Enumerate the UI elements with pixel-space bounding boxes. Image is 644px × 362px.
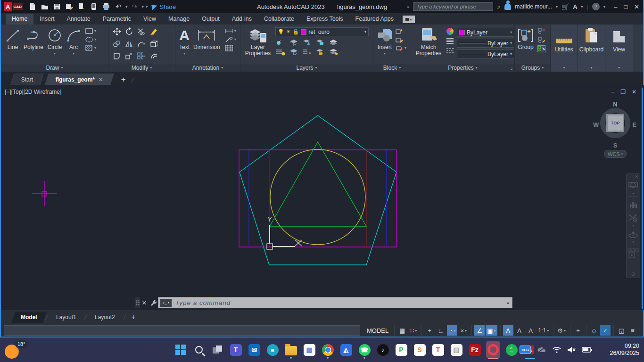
taskbar-app-tiktok[interactable]: ♪	[376, 340, 390, 360]
command-input-field[interactable]: >_▾ ▲	[158, 297, 512, 308]
taskbar-app-t-app[interactable]: T	[431, 340, 445, 360]
match-layer-icon[interactable]	[289, 48, 299, 56]
linear-dropdown-icon[interactable]: ▾	[234, 29, 236, 33]
wheel-dropdown-icon[interactable]: ▾	[632, 192, 634, 195]
fillet-dropdown-icon[interactable]: ▾	[143, 42, 145, 46]
layout-tab-model[interactable]: Model	[11, 312, 46, 323]
panel-label-properties[interactable]: Properties▾⌟	[411, 64, 514, 72]
zoom-extents-icon[interactable]	[628, 213, 638, 222]
layout-tab-layout1[interactable]: Layout1	[47, 312, 86, 323]
save-icon[interactable]	[52, 2, 62, 11]
group-selection-toggle[interactable]	[537, 45, 545, 52]
object-color-dropdown[interactable]: ByLayer ▾	[457, 28, 514, 37]
layer-lock-icon[interactable]	[315, 38, 325, 46]
layer-properties-button[interactable]: Layer Properties	[242, 26, 273, 58]
viewcube-north[interactable]: N	[613, 101, 617, 108]
command-customize-icon[interactable]	[149, 299, 158, 306]
circle-button[interactable]: Circle ▾	[45, 26, 64, 57]
attributes-dropdown-icon[interactable]: ▾	[405, 46, 406, 50]
file-tab-drawing[interactable]: figuras_geom* ✕	[45, 74, 114, 85]
object-snap-button[interactable]: ▣▾	[486, 325, 497, 336]
mirror-icon[interactable]	[125, 41, 133, 48]
ribbon-tab-express-tools[interactable]: Express Tools	[300, 14, 349, 25]
layer-walk-icon[interactable]	[328, 48, 339, 56]
print-icon[interactable]	[101, 2, 111, 11]
array-icon[interactable]: ▾	[137, 53, 145, 60]
layer-dropdown-icon[interactable]: ▾	[364, 30, 366, 34]
new-drawing-button[interactable]: +	[117, 74, 130, 85]
command-line-grip[interactable]: ●●●●●●	[135, 297, 140, 308]
taskbar-clock[interactable]: 09:20 26/09/2025	[610, 343, 639, 357]
polar-tracking-button[interactable]: ◔▾	[447, 325, 457, 336]
create-block-icon[interactable]: ✦	[395, 27, 403, 34]
taskbar-app-start[interactable]	[173, 340, 188, 360]
object-snap-tracking-button[interactable]: ×▾	[458, 325, 469, 336]
ellipse-icon[interactable]	[85, 36, 93, 43]
group-edit-icon[interactable]	[537, 36, 545, 43]
plot-icon[interactable]	[76, 2, 87, 11]
panel-label-groups[interactable]: Groups▾	[515, 64, 550, 72]
copy-icon[interactable]	[113, 41, 121, 48]
viewcube[interactable]: N S W E TOP	[596, 103, 634, 146]
taskbar-app-opera[interactable]	[486, 340, 500, 360]
stretch-icon[interactable]	[113, 53, 121, 60]
customization-menu-button[interactable]: ≡	[627, 325, 638, 336]
pan-icon[interactable]	[628, 200, 638, 209]
help-icon[interactable]: ?	[592, 3, 600, 10]
help-dropdown-icon[interactable]: ▾	[603, 5, 605, 9]
workspace-switching-button[interactable]: ⚙▾	[556, 325, 567, 336]
panel-label-draw[interactable]: Draw▾	[1, 64, 108, 72]
qat-customize-icon[interactable]: ▾	[146, 4, 148, 9]
taskbar-app-microsoft-store[interactable]: ▦	[302, 340, 316, 360]
rectangle-dropdown-icon[interactable]: ▾	[94, 29, 96, 33]
wifi-icon[interactable]	[553, 346, 561, 353]
array-dropdown-icon[interactable]: ▾	[143, 54, 145, 58]
taskbar-app-edge[interactable]: e	[265, 340, 280, 360]
drawing-close-button[interactable]: ✕	[632, 89, 636, 95]
panel-label-block[interactable]: Block▾	[373, 64, 411, 72]
battery-icon[interactable]	[582, 347, 592, 353]
text-dropdown-icon[interactable]: ▾	[183, 51, 185, 56]
properties-launcher-icon[interactable]: ⌟	[511, 66, 512, 70]
command-history-icon[interactable]: ▲	[506, 300, 510, 305]
tray-expand-icon[interactable]: ⌃	[509, 346, 513, 353]
ribbon-tab-home[interactable]: Home	[6, 14, 33, 25]
undo-icon[interactable]: ↶	[113, 2, 124, 11]
search-icon[interactable]: ⌕	[497, 3, 501, 11]
viewcube-west[interactable]: W	[593, 121, 599, 128]
ribbon-tab-collaborate[interactable]: Collaborate	[258, 14, 300, 25]
volume-muted-icon[interactable]	[567, 346, 576, 353]
ccb-tray-icon[interactable]: CCB	[520, 346, 531, 354]
rectangle-icon[interactable]	[85, 27, 93, 34]
arc-dropdown-icon[interactable]: ▾	[73, 51, 74, 56]
leader-icon[interactable]	[225, 36, 233, 43]
taskbar-app-s-app[interactable]: S	[413, 340, 427, 360]
shape-pentagon[interactable]	[239, 115, 396, 265]
new-layout-button[interactable]: +	[131, 313, 136, 322]
user-dropdown-icon[interactable]: ▾	[556, 5, 558, 9]
new-file-icon[interactable]	[27, 2, 38, 11]
taskbar-app-notes[interactable]: ▤	[449, 340, 463, 360]
orbit-dropdown-icon[interactable]: ▾	[632, 241, 634, 243]
minimize-button[interactable]: –	[614, 3, 617, 10]
make-current-icon[interactable]	[275, 48, 286, 56]
isolate-objects-button[interactable]: ◇	[589, 325, 599, 336]
annotation-scale-button[interactable]: 1:1▾	[537, 325, 551, 336]
layer-dropdown[interactable]: 💡 ☀ 🔓 ret_ouro ▾	[275, 27, 369, 36]
panel-label-annotation[interactable]: Annotation▾	[175, 64, 240, 72]
explode-icon[interactable]	[149, 41, 157, 48]
shape-magenta-rectangle[interactable]	[239, 150, 396, 247]
annotation-current-scale-button[interactable]: Λ	[526, 325, 536, 336]
ellipse-dropdown-icon[interactable]: ▾	[94, 37, 96, 41]
dynamic-input-button[interactable]: +	[424, 325, 435, 336]
file-tab-start[interactable]: Start	[10, 74, 44, 85]
drawing-canvas[interactable]: Y	[1, 85, 644, 310]
text-button[interactable]: A Text ▾	[177, 26, 191, 57]
search-expand-icon[interactable]: ▸	[407, 5, 409, 9]
maximize-button[interactable]: □	[624, 3, 627, 10]
erase-icon[interactable]	[149, 28, 157, 35]
insert-dropdown-icon[interactable]: ▾	[384, 51, 386, 56]
wcs-dropdown[interactable]: WCS▾	[604, 150, 627, 158]
panel-utilities[interactable]: Utilities ▾	[551, 25, 578, 72]
circle-dropdown-icon[interactable]: ▾	[54, 51, 56, 56]
